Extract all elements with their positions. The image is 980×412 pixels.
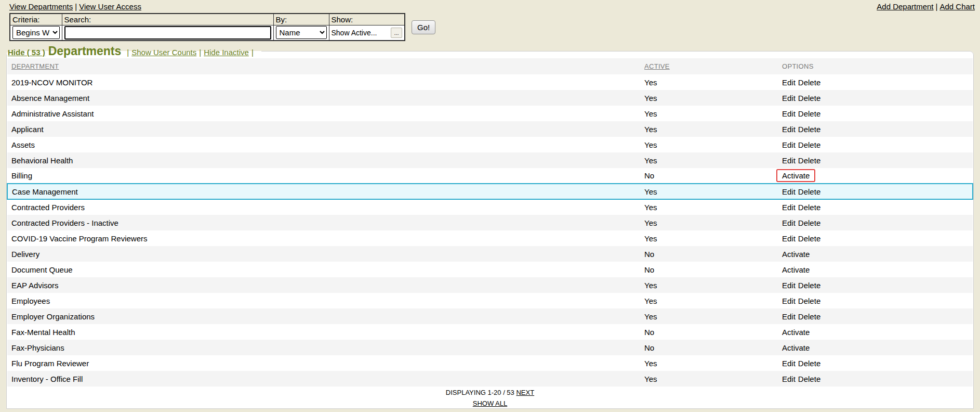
row-options: EditDelete bbox=[778, 293, 973, 308]
active-value: Yes bbox=[640, 215, 778, 230]
delete-link[interactable]: Delete bbox=[798, 312, 820, 321]
delete-link[interactable]: Delete bbox=[798, 375, 820, 383]
active-value: Yes bbox=[640, 152, 778, 168]
row-options: Activate bbox=[778, 262, 973, 277]
pager-row: DISPLAYING 1-20 / 53 NEXT bbox=[7, 387, 973, 398]
activate-link[interactable]: Activate bbox=[782, 250, 810, 259]
edit-link[interactable]: Edit bbox=[782, 312, 796, 321]
row-options: EditDelete bbox=[778, 308, 973, 324]
edit-link[interactable]: Edit bbox=[782, 125, 796, 134]
activate-link[interactable]: Activate bbox=[776, 169, 815, 182]
delete-link[interactable]: Delete bbox=[798, 359, 820, 368]
edit-link[interactable]: Edit bbox=[782, 78, 796, 87]
table-row: 2019-NCOV MONITORYesEditDelete bbox=[7, 74, 973, 90]
by-select[interactable]: Name bbox=[276, 26, 327, 39]
sort-by-department[interactable]: DEPARTMENT bbox=[11, 62, 59, 70]
delete-link[interactable]: Delete bbox=[798, 109, 820, 118]
activate-link[interactable]: Activate bbox=[782, 343, 810, 352]
active-value: No bbox=[640, 324, 778, 340]
active-value: Yes bbox=[640, 371, 778, 387]
delete-link[interactable]: Delete bbox=[798, 281, 820, 290]
add-department-link[interactable]: Add Department bbox=[877, 2, 933, 11]
department-name: Fax-Physicians bbox=[7, 340, 640, 355]
hide-inactive-link[interactable]: Hide Inactive bbox=[204, 48, 249, 57]
go-button[interactable]: Go! bbox=[412, 20, 435, 34]
active-value: Yes bbox=[640, 106, 778, 121]
separator: | bbox=[251, 48, 254, 57]
search-input[interactable] bbox=[64, 26, 271, 40]
department-name: Inventory - Office Fill bbox=[7, 371, 640, 387]
department-name: Billing bbox=[7, 168, 640, 184]
activate-link[interactable]: Activate bbox=[782, 265, 810, 274]
edit-link[interactable]: Edit bbox=[782, 297, 796, 305]
table-row: DeliveryNoActivate bbox=[7, 246, 973, 262]
department-name: Case Management bbox=[7, 184, 640, 199]
delete-link[interactable]: Delete bbox=[798, 203, 820, 212]
hide-count-link[interactable]: Hide ( 53 ) bbox=[8, 48, 45, 57]
view-departments-link[interactable]: View Departments bbox=[9, 2, 73, 11]
department-name: Absence Management bbox=[7, 90, 640, 106]
view-user-access-link[interactable]: View User Access bbox=[79, 2, 141, 11]
active-value: No bbox=[640, 340, 778, 355]
sort-by-active[interactable]: ACTIVE bbox=[644, 62, 670, 70]
edit-link[interactable]: Edit bbox=[782, 218, 796, 227]
criteria-label: Criteria: bbox=[10, 14, 62, 25]
show-user-counts-link[interactable]: Show User Counts bbox=[131, 48, 196, 57]
criteria-select[interactable]: Begins With bbox=[12, 26, 60, 39]
show-all-row: SHOW ALL bbox=[7, 398, 973, 408]
edit-link[interactable]: Edit bbox=[782, 234, 796, 243]
edit-link[interactable]: Edit bbox=[782, 359, 796, 368]
active-value: No bbox=[640, 262, 778, 277]
department-name: Contracted Providers - Inactive bbox=[7, 215, 640, 230]
active-value: Yes bbox=[640, 90, 778, 106]
delete-link[interactable]: Delete bbox=[798, 234, 820, 243]
edit-link[interactable]: Edit bbox=[782, 94, 796, 102]
next-page-link[interactable]: NEXT bbox=[516, 389, 534, 396]
active-value: Yes bbox=[640, 277, 778, 293]
department-name: Flu Program Reviewer bbox=[7, 355, 640, 371]
delete-link[interactable]: Delete bbox=[798, 156, 820, 165]
search-form-area: Criteria: Search: By: Show: Begins With … bbox=[9, 13, 980, 41]
activate-link[interactable]: Activate bbox=[782, 328, 810, 337]
add-chart-link[interactable]: Add Chart bbox=[939, 2, 975, 11]
active-value: Yes bbox=[640, 293, 778, 308]
department-name: Delivery bbox=[7, 246, 640, 262]
delete-link[interactable]: Delete bbox=[798, 140, 820, 149]
row-options: Activate bbox=[778, 168, 973, 184]
edit-link[interactable]: Edit bbox=[782, 375, 796, 383]
row-options: EditDelete bbox=[778, 106, 973, 121]
show-all-link[interactable]: SHOW ALL bbox=[473, 400, 507, 407]
displaying-text: DISPLAYING 1-20 / 53 bbox=[446, 389, 514, 396]
delete-link[interactable]: Delete bbox=[798, 78, 820, 87]
departments-legend: Hide ( 53 ) Departments | Show User Coun… bbox=[7, 44, 261, 58]
table-row: COVID-19 Vaccine Program ReviewersYesEdi… bbox=[7, 230, 973, 246]
delete-link[interactable]: Delete bbox=[798, 297, 820, 305]
edit-link[interactable]: Edit bbox=[782, 140, 796, 149]
delete-link[interactable]: Delete bbox=[798, 218, 820, 227]
active-value: No bbox=[640, 168, 778, 184]
row-options: EditDelete bbox=[778, 277, 973, 293]
delete-link[interactable]: Delete bbox=[798, 125, 820, 134]
edit-link[interactable]: Edit bbox=[782, 203, 796, 212]
edit-link[interactable]: Edit bbox=[782, 281, 796, 290]
show-picker-button[interactable]: ... bbox=[391, 28, 402, 38]
active-value: Yes bbox=[640, 74, 778, 90]
separator: | bbox=[936, 2, 938, 11]
active-value: Yes bbox=[640, 230, 778, 246]
separator: | bbox=[199, 48, 201, 57]
pager-section: DISPLAYING 1-20 / 53 NEXT SHOW ALL bbox=[7, 387, 973, 408]
table-row: BillingNoActivate bbox=[7, 168, 973, 184]
edit-link[interactable]: Edit bbox=[782, 109, 796, 118]
edit-link[interactable]: Edit bbox=[782, 156, 796, 165]
department-table-body: 2019-NCOV MONITORYesEditDeleteAbsence Ma… bbox=[7, 74, 973, 387]
department-name: Contracted Providers bbox=[7, 199, 640, 215]
top-nav-right: Add Department|Add Chart bbox=[877, 2, 975, 11]
department-column-header: DEPARTMENT bbox=[7, 58, 640, 74]
delete-link[interactable]: Delete bbox=[798, 187, 820, 196]
department-name: Employer Organizations bbox=[7, 308, 640, 324]
delete-link[interactable]: Delete bbox=[798, 94, 820, 102]
edit-link[interactable]: Edit bbox=[782, 187, 796, 196]
department-name: 2019-NCOV MONITOR bbox=[7, 74, 640, 90]
show-active-value[interactable]: Show Active... bbox=[332, 29, 377, 37]
row-options: Activate bbox=[778, 340, 973, 355]
